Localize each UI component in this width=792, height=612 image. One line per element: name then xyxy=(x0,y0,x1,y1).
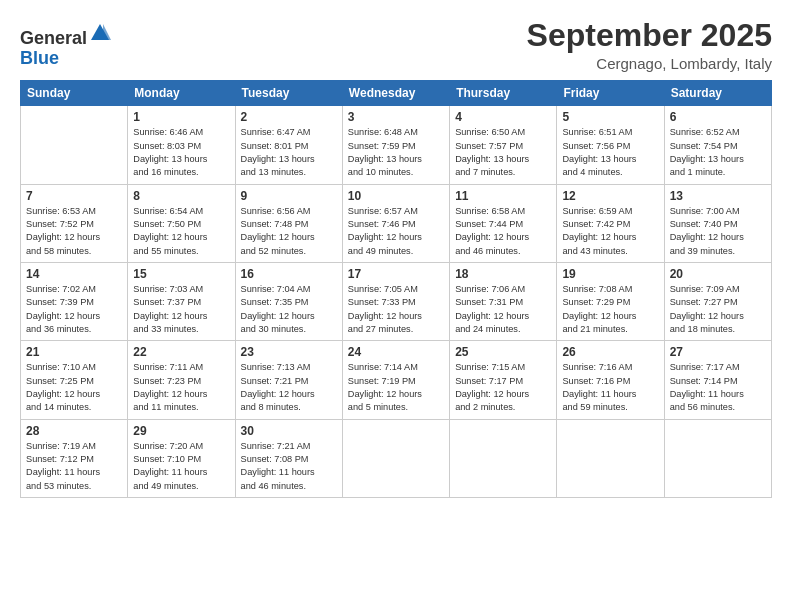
week-row-1: 1Sunrise: 6:46 AM Sunset: 8:03 PM Daylig… xyxy=(21,106,772,184)
calendar-cell xyxy=(664,419,771,497)
week-row-2: 7Sunrise: 6:53 AM Sunset: 7:52 PM Daylig… xyxy=(21,184,772,262)
day-number: 19 xyxy=(562,267,658,281)
day-info: Sunrise: 7:19 AM Sunset: 7:12 PM Dayligh… xyxy=(26,440,122,493)
calendar-cell: 25Sunrise: 7:15 AM Sunset: 7:17 PM Dayli… xyxy=(450,341,557,419)
day-info: Sunrise: 7:17 AM Sunset: 7:14 PM Dayligh… xyxy=(670,361,766,414)
calendar-cell: 6Sunrise: 6:52 AM Sunset: 7:54 PM Daylig… xyxy=(664,106,771,184)
calendar-cell: 20Sunrise: 7:09 AM Sunset: 7:27 PM Dayli… xyxy=(664,262,771,340)
day-info: Sunrise: 7:10 AM Sunset: 7:25 PM Dayligh… xyxy=(26,361,122,414)
day-number: 3 xyxy=(348,110,444,124)
day-number: 6 xyxy=(670,110,766,124)
day-info: Sunrise: 7:04 AM Sunset: 7:35 PM Dayligh… xyxy=(241,283,337,336)
day-number: 22 xyxy=(133,345,229,359)
calendar-cell xyxy=(557,419,664,497)
day-number: 5 xyxy=(562,110,658,124)
calendar-cell: 2Sunrise: 6:47 AM Sunset: 8:01 PM Daylig… xyxy=(235,106,342,184)
title-block: September 2025 Cergnago, Lombardy, Italy xyxy=(527,18,772,72)
calendar-cell: 5Sunrise: 6:51 AM Sunset: 7:56 PM Daylig… xyxy=(557,106,664,184)
calendar-cell: 26Sunrise: 7:16 AM Sunset: 7:16 PM Dayli… xyxy=(557,341,664,419)
day-number: 14 xyxy=(26,267,122,281)
day-info: Sunrise: 6:54 AM Sunset: 7:50 PM Dayligh… xyxy=(133,205,229,258)
day-info: Sunrise: 6:53 AM Sunset: 7:52 PM Dayligh… xyxy=(26,205,122,258)
day-info: Sunrise: 6:50 AM Sunset: 7:57 PM Dayligh… xyxy=(455,126,551,179)
day-info: Sunrise: 7:06 AM Sunset: 7:31 PM Dayligh… xyxy=(455,283,551,336)
day-info: Sunrise: 7:05 AM Sunset: 7:33 PM Dayligh… xyxy=(348,283,444,336)
day-number: 25 xyxy=(455,345,551,359)
day-number: 27 xyxy=(670,345,766,359)
day-number: 2 xyxy=(241,110,337,124)
location-title: Cergnago, Lombardy, Italy xyxy=(527,55,772,72)
day-header-monday: Monday xyxy=(128,81,235,106)
day-info: Sunrise: 6:52 AM Sunset: 7:54 PM Dayligh… xyxy=(670,126,766,179)
day-header-thursday: Thursday xyxy=(450,81,557,106)
calendar-cell xyxy=(21,106,128,184)
day-info: Sunrise: 6:47 AM Sunset: 8:01 PM Dayligh… xyxy=(241,126,337,179)
calendar-cell: 8Sunrise: 6:54 AM Sunset: 7:50 PM Daylig… xyxy=(128,184,235,262)
day-info: Sunrise: 6:59 AM Sunset: 7:42 PM Dayligh… xyxy=(562,205,658,258)
calendar-cell: 21Sunrise: 7:10 AM Sunset: 7:25 PM Dayli… xyxy=(21,341,128,419)
calendar-cell: 18Sunrise: 7:06 AM Sunset: 7:31 PM Dayli… xyxy=(450,262,557,340)
calendar-cell: 12Sunrise: 6:59 AM Sunset: 7:42 PM Dayli… xyxy=(557,184,664,262)
day-info: Sunrise: 7:21 AM Sunset: 7:08 PM Dayligh… xyxy=(241,440,337,493)
calendar-cell: 27Sunrise: 7:17 AM Sunset: 7:14 PM Dayli… xyxy=(664,341,771,419)
week-row-3: 14Sunrise: 7:02 AM Sunset: 7:39 PM Dayli… xyxy=(21,262,772,340)
calendar-cell: 4Sunrise: 6:50 AM Sunset: 7:57 PM Daylig… xyxy=(450,106,557,184)
calendar-cell: 7Sunrise: 6:53 AM Sunset: 7:52 PM Daylig… xyxy=(21,184,128,262)
calendar-cell: 15Sunrise: 7:03 AM Sunset: 7:37 PM Dayli… xyxy=(128,262,235,340)
day-number: 13 xyxy=(670,189,766,203)
month-title: September 2025 xyxy=(527,18,772,53)
calendar-table: SundayMondayTuesdayWednesdayThursdayFrid… xyxy=(20,80,772,498)
day-info: Sunrise: 6:48 AM Sunset: 7:59 PM Dayligh… xyxy=(348,126,444,179)
day-info: Sunrise: 7:14 AM Sunset: 7:19 PM Dayligh… xyxy=(348,361,444,414)
day-number: 28 xyxy=(26,424,122,438)
calendar-cell: 23Sunrise: 7:13 AM Sunset: 7:21 PM Dayli… xyxy=(235,341,342,419)
calendar-cell xyxy=(450,419,557,497)
day-header-saturday: Saturday xyxy=(664,81,771,106)
calendar-cell: 11Sunrise: 6:58 AM Sunset: 7:44 PM Dayli… xyxy=(450,184,557,262)
calendar-cell: 29Sunrise: 7:20 AM Sunset: 7:10 PM Dayli… xyxy=(128,419,235,497)
week-row-4: 21Sunrise: 7:10 AM Sunset: 7:25 PM Dayli… xyxy=(21,341,772,419)
day-number: 15 xyxy=(133,267,229,281)
calendar-cell: 9Sunrise: 6:56 AM Sunset: 7:48 PM Daylig… xyxy=(235,184,342,262)
day-number: 24 xyxy=(348,345,444,359)
day-info: Sunrise: 6:51 AM Sunset: 7:56 PM Dayligh… xyxy=(562,126,658,179)
day-header-friday: Friday xyxy=(557,81,664,106)
day-info: Sunrise: 7:16 AM Sunset: 7:16 PM Dayligh… xyxy=(562,361,658,414)
day-info: Sunrise: 7:20 AM Sunset: 7:10 PM Dayligh… xyxy=(133,440,229,493)
calendar-cell: 3Sunrise: 6:48 AM Sunset: 7:59 PM Daylig… xyxy=(342,106,449,184)
day-number: 21 xyxy=(26,345,122,359)
day-number: 12 xyxy=(562,189,658,203)
calendar-cell: 28Sunrise: 7:19 AM Sunset: 7:12 PM Dayli… xyxy=(21,419,128,497)
day-info: Sunrise: 7:13 AM Sunset: 7:21 PM Dayligh… xyxy=(241,361,337,414)
calendar-cell: 16Sunrise: 7:04 AM Sunset: 7:35 PM Dayli… xyxy=(235,262,342,340)
day-number: 16 xyxy=(241,267,337,281)
day-info: Sunrise: 7:11 AM Sunset: 7:23 PM Dayligh… xyxy=(133,361,229,414)
calendar-cell: 24Sunrise: 7:14 AM Sunset: 7:19 PM Dayli… xyxy=(342,341,449,419)
day-header-wednesday: Wednesday xyxy=(342,81,449,106)
day-info: Sunrise: 7:02 AM Sunset: 7:39 PM Dayligh… xyxy=(26,283,122,336)
day-number: 17 xyxy=(348,267,444,281)
logo-icon xyxy=(89,22,111,44)
day-info: Sunrise: 6:57 AM Sunset: 7:46 PM Dayligh… xyxy=(348,205,444,258)
calendar-cell: 13Sunrise: 7:00 AM Sunset: 7:40 PM Dayli… xyxy=(664,184,771,262)
svg-marker-1 xyxy=(103,24,111,40)
day-number: 23 xyxy=(241,345,337,359)
logo-blue-text: Blue xyxy=(20,48,59,68)
day-number: 8 xyxy=(133,189,229,203)
day-info: Sunrise: 6:58 AM Sunset: 7:44 PM Dayligh… xyxy=(455,205,551,258)
calendar-header-row: SundayMondayTuesdayWednesdayThursdayFrid… xyxy=(21,81,772,106)
day-info: Sunrise: 7:00 AM Sunset: 7:40 PM Dayligh… xyxy=(670,205,766,258)
day-number: 26 xyxy=(562,345,658,359)
day-info: Sunrise: 7:09 AM Sunset: 7:27 PM Dayligh… xyxy=(670,283,766,336)
calendar-cell: 17Sunrise: 7:05 AM Sunset: 7:33 PM Dayli… xyxy=(342,262,449,340)
day-info: Sunrise: 6:46 AM Sunset: 8:03 PM Dayligh… xyxy=(133,126,229,179)
day-header-tuesday: Tuesday xyxy=(235,81,342,106)
logo-general-text: General xyxy=(20,28,87,48)
day-number: 18 xyxy=(455,267,551,281)
calendar-cell xyxy=(342,419,449,497)
calendar-cell: 14Sunrise: 7:02 AM Sunset: 7:39 PM Dayli… xyxy=(21,262,128,340)
day-number: 29 xyxy=(133,424,229,438)
day-header-sunday: Sunday xyxy=(21,81,128,106)
day-number: 11 xyxy=(455,189,551,203)
week-row-5: 28Sunrise: 7:19 AM Sunset: 7:12 PM Dayli… xyxy=(21,419,772,497)
